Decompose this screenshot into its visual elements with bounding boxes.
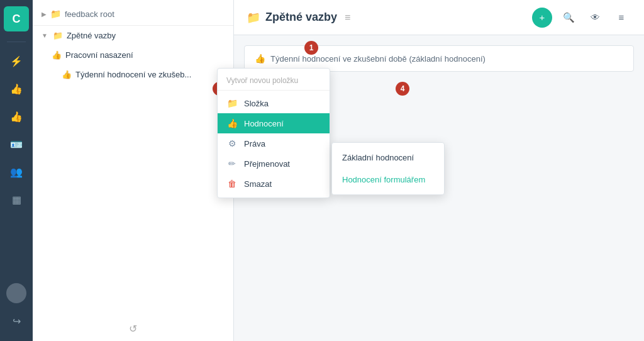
context-menu: Vytvoř novou položku 📁 Složka 👍 Hodnocen… xyxy=(217,68,330,198)
slozka-label: Složka xyxy=(244,99,269,108)
lightning-nav-button[interactable]: ⚡ xyxy=(4,48,29,74)
main-title-area: 📁 Zpětné vazby ≡ xyxy=(247,11,350,25)
submenu-item-formularem[interactable]: Hodnocení formulářem xyxy=(332,169,444,191)
prejmenovat-icon: ✏ xyxy=(226,159,238,169)
card-like-icon: 👍 xyxy=(255,53,265,64)
badge-1: 1 xyxy=(304,41,318,55)
badge-4: 4 xyxy=(396,82,409,96)
expand-arrow-icon: ▼ xyxy=(42,32,48,39)
icon-bar-top: C ⚡ 👍 👍 🪪 👥 ▦ xyxy=(4,6,29,283)
menu-item-smazat[interactable]: 🗑 Smazat xyxy=(218,174,330,194)
feedback-pracovni-icon: 👍 xyxy=(52,50,62,60)
sidebar-item-zpetne-vazby[interactable]: ▼ 📁 Zpětné vazby xyxy=(33,26,233,45)
icon-bar-bottom: ↪ xyxy=(4,283,29,341)
submenu: Základní hodnocení Hodnocení formulářem xyxy=(331,142,445,195)
formularem-label: Hodnocení formulářem xyxy=(342,175,425,184)
context-menu-header: Vytvoř novou položku xyxy=(218,72,330,91)
main-folder-icon: 📁 xyxy=(247,11,260,25)
sidebar-item-tydenni-hodnoceni[interactable]: 👍 Týdenní hodnocení ve zkušeb... xyxy=(33,65,233,84)
sidebar-collapse-icon[interactable]: ▶ xyxy=(42,11,47,18)
main-panel: 📁 Zpětné vazby ≡ + 🔍 👁 ≡ 👍 Týdenní hodno… xyxy=(234,0,644,341)
sidebar-header: ▶ 📁 feedback root xyxy=(33,0,233,26)
list-view-button[interactable]: ≡ xyxy=(611,8,631,28)
prava-icon: ⚙ xyxy=(226,138,238,148)
smazat-label: Smazat xyxy=(244,179,272,189)
main-toolbar: + 🔍 👁 ≡ xyxy=(532,8,631,28)
root-folder-icon: 📁 xyxy=(50,9,61,19)
feedback-nav-button[interactable]: 👍 xyxy=(4,76,29,101)
tydenni-hodnoceni-label: Týdenní hodnocení ve zkušeb... xyxy=(75,70,191,79)
menu-item-hodnoceni[interactable]: 👍 Hodnocení xyxy=(218,113,330,133)
sidebar: ▶ 📁 feedback root ▼ 📁 Zpětné vazby 👍 Pra… xyxy=(33,0,234,341)
submenu-item-zakladni[interactable]: Základní hodnocení xyxy=(332,147,444,169)
sidebar-footer: ↺ xyxy=(33,323,233,335)
prejmenovat-label: Přejmenovat xyxy=(244,159,290,169)
brand-button[interactable]: C xyxy=(4,6,29,31)
thumbs-up2-nav-button[interactable]: 👍 xyxy=(4,104,29,129)
zpetne-vazby-label: Zpětné vazby xyxy=(67,31,116,40)
slozka-icon: 📁 xyxy=(226,98,238,108)
card-nav-button[interactable]: 🪪 xyxy=(4,131,29,157)
icon-bar: C ⚡ 👍 👍 🪪 👥 ▦ ↪ xyxy=(0,0,33,341)
hodnoceni-label: Hodnocení xyxy=(244,119,284,128)
eye-button[interactable]: 👁 xyxy=(585,8,605,28)
hodnoceni-icon: 👍 xyxy=(226,118,238,128)
menu-item-prejmenovat[interactable]: ✏ Přejmenovat xyxy=(218,154,330,174)
main-menu-icon[interactable]: ≡ xyxy=(345,12,350,23)
table-nav-button[interactable]: ▦ xyxy=(4,187,29,212)
main-header: 📁 Zpětné vazby ≡ + 🔍 👁 ≡ xyxy=(234,0,644,35)
sidebar-root-label: feedback root xyxy=(65,9,114,19)
card-label: Týdenní hodnocení ve zkušební době (zákl… xyxy=(270,54,486,64)
main-title-label: Zpětné vazby xyxy=(265,11,337,24)
logout-button[interactable]: ↪ xyxy=(4,308,29,333)
menu-item-prava[interactable]: ⚙ Práva xyxy=(218,133,330,154)
add-item-button[interactable]: + xyxy=(532,8,552,28)
divider xyxy=(7,42,26,42)
zakladni-label: Základní hodnocení xyxy=(342,153,414,162)
group-nav-button[interactable]: 👥 xyxy=(4,159,29,184)
search-button[interactable]: 🔍 xyxy=(558,8,579,28)
refresh-button[interactable]: ↺ xyxy=(129,323,137,335)
prava-label: Práva xyxy=(244,139,265,148)
sidebar-item-pracovni-nasazeni[interactable]: 👍 Pracovní nasazení xyxy=(33,45,233,65)
avatar[interactable] xyxy=(6,283,26,303)
menu-item-slozka[interactable]: 📁 Složka xyxy=(218,93,330,113)
feedback-tydenni-icon: 👍 xyxy=(62,70,72,79)
folder-zpetne-vazby-icon: 📁 xyxy=(53,31,63,40)
pracovni-nasazeni-label: Pracovní nasazení xyxy=(65,50,133,60)
smazat-icon: 🗑 xyxy=(226,179,238,189)
